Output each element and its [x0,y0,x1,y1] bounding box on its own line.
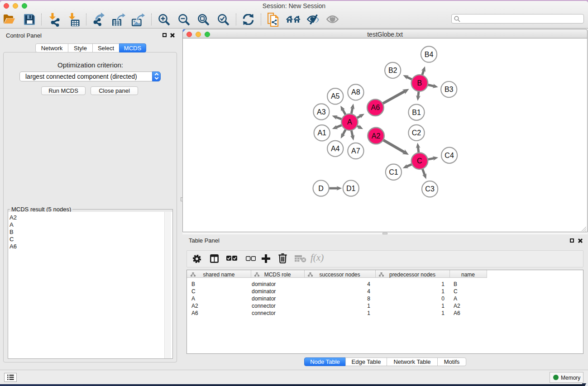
svg-text:B2: B2 [388,67,397,74]
svg-text:A2: A2 [372,132,381,140]
svg-text:B3: B3 [445,86,454,93]
svg-text:C2: C2 [412,129,421,137]
svg-text:D: D [318,185,324,192]
svg-text:B1: B1 [412,109,421,116]
svg-text:C4: C4 [445,152,454,159]
svg-text:A8: A8 [351,88,360,96]
svg-text:C3: C3 [425,185,435,193]
svg-text:C: C [417,157,422,165]
svg-text:A4: A4 [331,145,340,152]
svg-text:C1: C1 [389,168,398,176]
svg-text:B4: B4 [425,51,434,58]
svg-text:A5: A5 [331,92,340,100]
svg-text:A6: A6 [371,104,380,111]
svg-text:B: B [417,79,422,87]
svg-text:A7: A7 [351,147,360,155]
svg-text:A3: A3 [317,108,326,116]
svg-text:A: A [347,118,352,126]
svg-text:A1: A1 [317,129,326,137]
svg-text:D1: D1 [346,185,356,192]
